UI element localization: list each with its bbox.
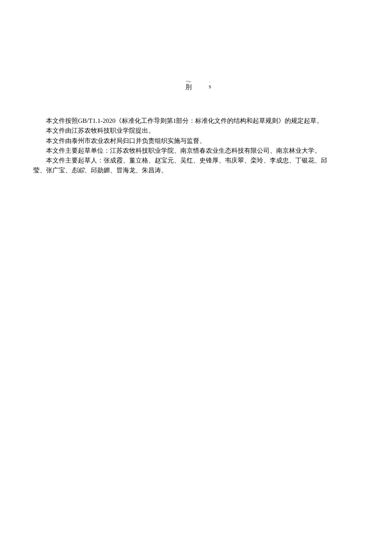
mark-2-bottom: s bbox=[209, 83, 211, 90]
text-before-italic: 莹、张广宝、 bbox=[33, 167, 72, 174]
italic-name: 彭綜 bbox=[72, 167, 84, 174]
paragraph-5-line1: 本文件主要起草人：张成霞、董立格、赵宝元、吴红、史锋厚、韦庆翠、栾玲、李成忠、丁… bbox=[33, 156, 371, 166]
paragraph-3: 本文件由泰州市农业农村局归口并负责组织实施与监督。 bbox=[33, 136, 371, 146]
paragraph-2: 本文件由江苏农牧科技职业学院提出。 bbox=[33, 126, 371, 136]
text-after-italic: 、邱勋媚、冒海龙、朱昌涛。 bbox=[84, 167, 167, 174]
paragraph-1: 本文件按照GB/T1.1-2020《标准化工作导则第1部分：标准化文件的结构和起… bbox=[33, 116, 371, 126]
header-marks: -½z- 刖 - s bbox=[185, 80, 211, 91]
paragraph-4: 本文件主要起草单位：江苏农牧科技职业学院、南京惜春农业生态科技有限公司、南京林业… bbox=[33, 146, 371, 156]
paragraph-5-line2: 莹、张广宝、彭綜、邱勋媚、冒海龙、朱昌涛。 bbox=[33, 166, 371, 175]
mark-1-bottom: 刖 bbox=[185, 83, 192, 91]
mark-1: -½z- 刖 bbox=[185, 80, 192, 91]
mark-2: - s bbox=[209, 81, 211, 90]
mark-1-top: -½z- bbox=[185, 80, 192, 83]
document-content: 本文件按照GB/T1.1-2020《标准化工作导则第1部分：标准化文件的结构和起… bbox=[33, 116, 371, 176]
